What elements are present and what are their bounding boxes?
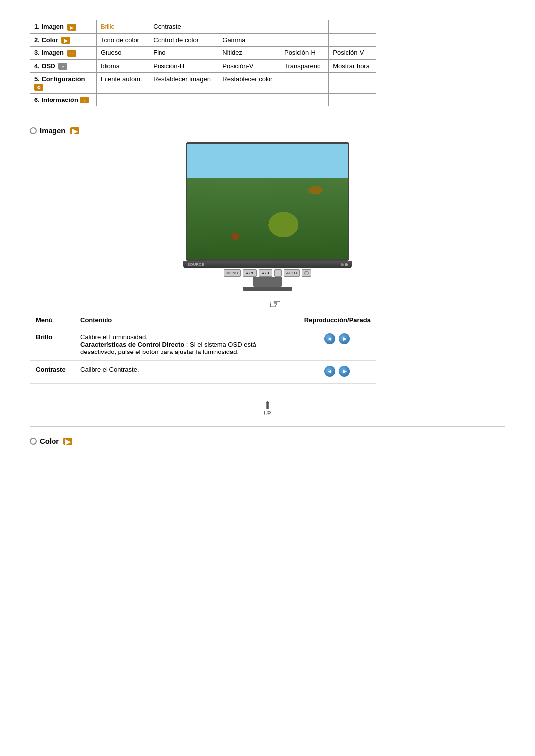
power-button[interactable]: ◯ <box>302 269 311 277</box>
content-table-header-row: Menú Contenido Reproducción/Parada <box>30 312 376 328</box>
monitor-controls[interactable]: MENU ▲/▼ ▲/◄ □ AUTO ◯ <box>183 269 352 277</box>
nav-item-pos-v-4[interactable]: Posición-V <box>218 59 280 73</box>
nav-item-rest-imagen[interactable]: Restablecer imagen <box>149 73 218 94</box>
nav-item-nitidez[interactable]: Nitidez <box>218 47 280 60</box>
nav-item-empty-5a <box>280 73 328 94</box>
svg-point-3 <box>219 151 253 204</box>
nav-header-4: 4. OSD ▪ <box>30 59 97 73</box>
monitor-base <box>253 277 282 287</box>
nav-row-5: 5. Configuración⚙ Fuente autom. Restable… <box>30 73 376 94</box>
color-circle-icon <box>30 438 37 445</box>
up-arrow-container: ⬆ UP <box>30 399 505 416</box>
svg-point-15 <box>208 148 229 182</box>
nav-icon-4: ▪ <box>58 63 67 70</box>
navigation-button[interactable]: ▲/◄ <box>259 269 272 277</box>
color-title: Color <box>40 437 59 445</box>
svg-marker-8 <box>257 192 265 197</box>
nav-item-empty-6c <box>218 93 280 106</box>
nav-item-pos-h-3[interactable]: Posición-H <box>280 47 328 60</box>
hand-pointer: ☞ <box>45 296 505 312</box>
content-brillo: Calibre el Luminosidad. Características … <box>74 328 298 361</box>
garden-svg <box>187 144 348 259</box>
nav-icon-1: ▶ <box>67 24 76 31</box>
svg-rect-12 <box>309 163 315 211</box>
nav-item-tono[interactable]: Tono de color <box>96 33 149 47</box>
auto-button[interactable]: AUTO <box>284 269 300 277</box>
nav-icon-5: ⚙ <box>34 84 43 91</box>
up-arrow-icon: ⬆ <box>263 399 272 412</box>
section-divider <box>30 426 505 427</box>
imagen-section-heading: Imagen ▶ <box>30 126 505 135</box>
nav-item-empty-1b <box>280 20 328 34</box>
svg-rect-1 <box>187 187 348 259</box>
nav-item-empty-1c <box>329 20 376 34</box>
play-btn-left-brillo[interactable] <box>324 333 335 344</box>
play-btn-left-contraste[interactable] <box>324 366 335 377</box>
monitor-bezel: SOURCE <box>183 261 352 268</box>
nav-item-pos-h-4[interactable]: Posición-H <box>149 59 218 73</box>
content-row-brillo: Brillo Calibre el Luminosidad. Caracterí… <box>30 328 376 361</box>
menu-label-contraste: Contraste <box>30 361 74 384</box>
nav-item-contraste[interactable]: Contraste <box>149 20 218 34</box>
nav-header-2: 2. Color ▶ <box>30 33 97 47</box>
nav-item-idioma[interactable]: Idioma <box>96 59 149 73</box>
nav-item-brillo[interactable]: Brillo <box>96 20 149 34</box>
nav-row-4: 4. OSD ▪ Idioma Posición-H Posición-V Tr… <box>30 59 376 73</box>
svg-point-21 <box>243 231 292 250</box>
nav-item-fino[interactable]: Fino <box>149 47 218 60</box>
nav-item-gamma[interactable]: Gamma <box>218 33 280 47</box>
input-button[interactable]: □ <box>274 269 282 277</box>
buttons-brillo[interactable] <box>298 328 376 361</box>
play-btns-contraste[interactable] <box>323 366 351 377</box>
col-header-reproduccion: Reproducción/Parada <box>298 312 376 328</box>
play-btns-brillo[interactable] <box>323 333 351 344</box>
content-row-contraste: Contraste Calibre el Contraste. <box>30 361 376 384</box>
svg-point-2 <box>192 158 231 206</box>
svg-point-5 <box>275 144 323 206</box>
nav-header-5: 5. Configuración⚙ <box>30 73 97 94</box>
svg-point-18 <box>281 223 288 230</box>
nav-item-empty-1a <box>218 20 280 34</box>
imagen-section-icon: ▶ <box>70 127 79 134</box>
buttons-contraste[interactable] <box>298 361 376 384</box>
svg-marker-9 <box>256 197 266 202</box>
play-btn-right-brillo[interactable] <box>339 333 350 344</box>
brightness-button[interactable]: ▲/▼ <box>243 269 257 277</box>
col-header-menu: Menú <box>30 312 74 328</box>
nav-item-mostrar-hora[interactable]: Mostrar hora <box>329 59 376 73</box>
monitor-screen <box>186 142 349 261</box>
menu-button[interactable]: MENU <box>224 269 241 277</box>
svg-point-24 <box>336 231 340 235</box>
svg-point-16 <box>222 225 230 233</box>
nav-icon-6: i <box>80 97 89 103</box>
content-brillo-bold: Características de Control Directo <box>80 341 184 348</box>
nav-item-grueso[interactable]: Grueso <box>96 47 149 60</box>
up-label: UP <box>30 410 505 416</box>
nav-icon-3: ↔ <box>67 50 76 57</box>
nav-item-control-color[interactable]: Control de color <box>149 33 218 47</box>
monitor-container: SOURCE MENU ▲/▼ ▲/◄ □ AUTO ◯ <box>30 142 505 291</box>
play-btn-right-contraste[interactable] <box>339 366 350 377</box>
imagen-circle-icon <box>30 127 37 134</box>
svg-point-19 <box>289 226 294 231</box>
svg-rect-14 <box>216 168 221 216</box>
svg-point-23 <box>205 237 208 240</box>
nav-item-empty-5b <box>329 73 376 94</box>
menu-label-brillo: Brillo <box>30 328 74 361</box>
nav-item-rest-color[interactable]: Restablecer color <box>218 73 280 94</box>
nav-row-1: 1. Imagen ▶ Brillo Contraste <box>30 20 376 34</box>
nav-item-empty-6a <box>96 93 149 106</box>
nav-row-6: 6. Informacióni <box>30 93 376 106</box>
nav-item-empty-6b <box>149 93 218 106</box>
nav-item-empty-2b <box>329 33 376 47</box>
svg-point-22 <box>200 234 204 238</box>
nav-header-1: 1. Imagen ▶ <box>30 20 97 34</box>
svg-point-20 <box>325 216 331 222</box>
svg-rect-0 <box>187 144 348 192</box>
nav-item-pos-v-3[interactable]: Posición-V <box>329 47 376 60</box>
svg-point-6 <box>309 153 348 206</box>
nav-table: 1. Imagen ▶ Brillo Contraste 2. Color ▶ … <box>30 20 376 106</box>
nav-item-transparenc[interactable]: Transparenc. <box>280 59 328 73</box>
svg-point-17 <box>230 228 236 234</box>
nav-item-fuente[interactable]: Fuente autom. <box>96 73 149 94</box>
